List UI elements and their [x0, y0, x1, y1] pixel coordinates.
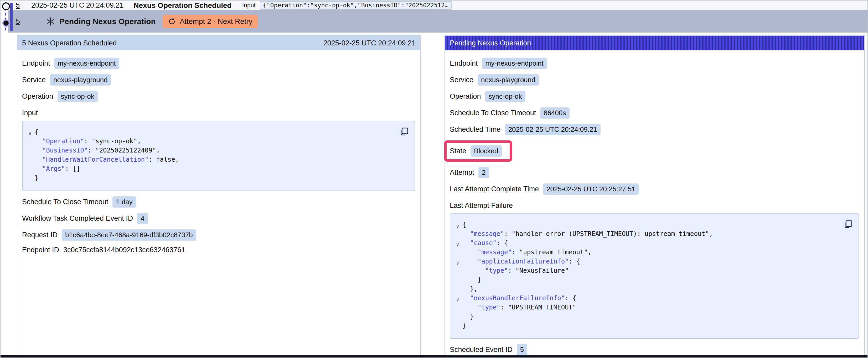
endpoint-id-link[interactable]: 3c0c75ccfa8144b092c13ce632463761 — [63, 246, 185, 254]
field-value-badge: sync-op-ok — [485, 91, 525, 102]
code-gutter — [453, 249, 462, 258]
code-gutter — [453, 304, 462, 314]
code-gutter — [25, 175, 35, 184]
copy-icon[interactable] — [399, 126, 410, 137]
pending-operation-row: 5 Pending Nexus Operation Attempt 2 · Ne… — [8, 10, 867, 33]
code-line-text: "applicationFailureInfo": { — [462, 257, 580, 266]
event-detail-header: 5 Nexus Operation Scheduled 2025-02-25 U… — [17, 36, 420, 51]
code-line-text: "type": "UPSTREAM_TIMEOUT" — [462, 303, 576, 312]
code-line-text: "BusinessID": "20250225122409", — [35, 146, 160, 155]
field-label: Scheduled Time — [450, 126, 501, 134]
code-gutter — [25, 156, 35, 166]
field-label: Operation — [22, 92, 53, 100]
field-row: Schedule To Close Timeout1 day — [22, 196, 415, 207]
retry-badge-label: Attempt 2 · Next Retry — [180, 17, 252, 26]
chevron-down-icon[interactable]: ∨ — [453, 295, 462, 304]
event-row-scheduled: 5 2025-02-25 UTC 20:24:09.21 Nexus Opera… — [8, 1, 867, 10]
field-value-badge: my-nexus-endpoint — [54, 58, 119, 69]
pending-panel-header-title: Pending Nexus Operation — [450, 39, 531, 47]
input-mini-label: Input — [242, 2, 256, 9]
field-value-badge: 4 — [137, 213, 148, 224]
field-row: Scheduled Time2025-02-25 UTC 20:24:09.21 — [450, 124, 859, 135]
event-id-link[interactable]: 5 — [16, 1, 20, 9]
pending-title: Pending Nexus Operation — [59, 17, 156, 26]
field-row: Operationsync-op-ok — [450, 91, 859, 102]
pending-panel-header: Pending Nexus Operation — [445, 36, 864, 51]
field-label: Service — [22, 76, 46, 84]
timeline-filled-circle-icon — [2, 20, 10, 27]
state-label: State — [450, 147, 466, 155]
code-line-text: "nexusHandlerFailureInfo": { — [462, 294, 577, 303]
code-line-text: } — [462, 312, 474, 321]
code-gutter — [25, 166, 35, 175]
code-gutter — [453, 231, 462, 240]
chevron-down-icon[interactable]: ∨ — [453, 222, 462, 231]
field-row: Last Attempt Complete Time2025-02-25 UTC… — [450, 184, 859, 195]
code-line-text: "Operation": "sync-op-ok", — [35, 137, 141, 146]
annotation-highlight-state: State Blocked — [444, 140, 512, 162]
field-label: Schedule To Close Timeout — [22, 198, 108, 206]
code-gutter — [453, 276, 462, 286]
retry-icon — [168, 17, 176, 26]
field-row: Servicenexus-playground — [450, 74, 859, 86]
code-line-text: } — [35, 173, 38, 183]
field-row: Workflow Task Completed Event ID4 — [22, 213, 415, 224]
chevron-down-icon[interactable]: ∨ — [453, 240, 462, 249]
field-row: Operationsync-op-ok — [22, 91, 415, 102]
field-label: Operation — [450, 92, 481, 100]
code-line-text: "cause": { — [462, 238, 508, 248]
asterisk-icon — [46, 17, 55, 26]
code-line-text: "Args": [] — [35, 164, 80, 173]
field-value-badge: sync-op-ok — [58, 91, 98, 102]
failure-json-viewer: ∨{ "message": "handler error (UPSTREAM_T… — [450, 214, 859, 339]
field-label: Schedule To Close Timeout — [450, 109, 536, 117]
event-detail-header-title: 5 Nexus Operation Scheduled — [22, 39, 117, 47]
code-line-text: "message": "upstream timeout", — [462, 248, 591, 257]
field-row: Endpointmy-nexus-endpoint — [450, 58, 859, 69]
field-row: Request IDb1c6a4bc-8ee7-468a-9169-df3b02… — [22, 229, 415, 241]
retry-status-badge: Attempt 2 · Next Retry — [163, 15, 258, 28]
input-section-label: Input — [22, 109, 415, 117]
field-value-badge: 2025-02-25 UTC 20:25:27.51 — [543, 184, 639, 195]
timeline-active-bar — [10, 3, 12, 31]
chevron-down-icon[interactable]: ∨ — [453, 258, 462, 267]
code-line-text: "type": "NexusFailure" — [462, 266, 569, 275]
timeline-open-circle-icon — [2, 2, 10, 10]
event-timestamp: 2025-02-25 UTC 20:24:09.21 — [31, 1, 123, 9]
event-detail-body: Endpointmy-nexus-endpointServicenexus-pl… — [17, 51, 420, 254]
scheduled-event-id-row: Scheduled Event ID 5 — [450, 344, 859, 355]
field-row: Servicenexus-playground — [22, 74, 415, 86]
pending-id-link[interactable]: 5 — [16, 17, 20, 26]
input-json-viewer: ∨{ "Operation": "sync-op-ok", "BusinessI… — [22, 121, 415, 191]
code-line-text: { — [35, 128, 38, 137]
state-row: State Blocked — [450, 140, 859, 162]
code-gutter — [25, 147, 35, 156]
endpoint-id-row: Endpoint ID 3c0c75ccfa8144b092c13ce63246… — [22, 246, 415, 254]
chevron-down-icon[interactable]: ∨ — [25, 129, 35, 138]
field-label: Workflow Task Completed Event ID — [22, 215, 133, 223]
window-bottom-edge — [1, 355, 867, 357]
field-value-badge: nexus-playground — [477, 74, 539, 86]
endpoint-id-label: Endpoint ID — [22, 246, 59, 254]
code-gutter — [453, 314, 462, 323]
field-label: Endpoint — [22, 59, 50, 67]
field-label: Service — [450, 76, 473, 84]
input-preview-snippet[interactable]: {"Operation":"sync-op-ok","BusinessID":"… — [260, 1, 452, 10]
copy-icon[interactable] — [843, 218, 854, 230]
code-line-text: } — [462, 321, 466, 330]
code-line-text: "HandlerWaitForCancellation": false, — [35, 155, 179, 164]
workflow-history-view: 5 2025-02-25 UTC 20:24:09.21 Nexus Opera… — [0, 0, 868, 358]
field-row: Endpointmy-nexus-endpoint — [22, 58, 415, 69]
state-value-badge: Blocked — [470, 145, 502, 157]
field-row: Schedule To Close Timeout86400s — [450, 107, 859, 119]
pending-panel-body: Endpointmy-nexus-endpointServicenexus-pl… — [445, 51, 864, 358]
code-line-text: }, — [462, 285, 477, 294]
scheduled-event-id-badge: 5 — [517, 344, 527, 355]
event-detail-panel: 5 Nexus Operation Scheduled 2025-02-25 U… — [17, 35, 421, 355]
code-gutter — [453, 267, 462, 276]
field-value-badge: b1c6a4bc-8ee7-468a-9169-df3b02c8737b — [62, 229, 196, 241]
code-gutter — [25, 138, 35, 147]
code-line-text: } — [462, 275, 481, 285]
field-value-badge: my-nexus-endpoint — [482, 58, 547, 69]
event-detail-header-time: 2025-02-25 UTC 20:24:09.21 — [323, 39, 415, 47]
